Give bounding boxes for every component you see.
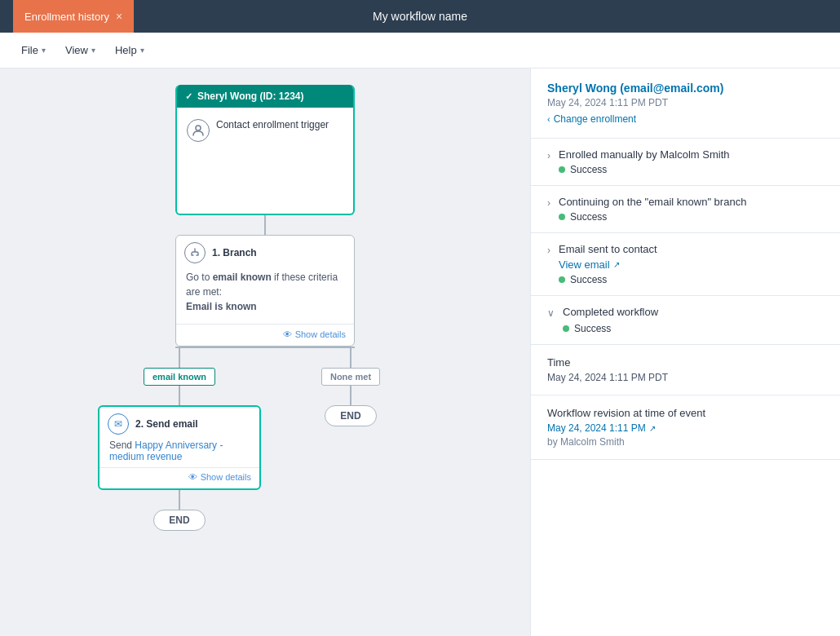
completed-status-label: Success — [574, 323, 611, 334]
view-menu[interactable]: View ▾ — [57, 39, 104, 61]
workflow-nodes: ✓ Sheryl Wong (ID: 1234) Contact enrollm… — [16, 85, 514, 620]
expand-chevron-icon[interactable]: › — [547, 148, 550, 175]
time-label: Time — [547, 356, 824, 369]
file-menu[interactable]: File ▾ — [13, 39, 54, 61]
trigger-label: Contact enrollment trigger — [216, 119, 329, 130]
enrolled-item: › Enrolled manually by Malcolm Smith Suc… — [531, 139, 840, 186]
success-dot3 — [559, 276, 565, 283]
workflow-canvas[interactable]: ✓ Sheryl Wong (ID: 1234) Contact enrollm… — [0, 68, 530, 636]
completed-content: Completed workflow Success — [563, 306, 824, 334]
expand-chevron-icon2[interactable]: › — [547, 196, 550, 223]
branch-right: None met END — [265, 348, 436, 426]
email-icon: ✉ — [108, 413, 129, 435]
email-body: Send Happy Anniversary - medium revenue — [99, 438, 259, 467]
email-title: 2. Send email — [135, 418, 198, 430]
workflow-revision-link[interactable]: May 24, 2024 1:11 PM ↗ — [547, 422, 824, 434]
workflow-revision-label: Workflow revision at time of event — [547, 407, 824, 419]
email-show-details[interactable]: 👁 Show details — [108, 472, 251, 482]
branch-footer: 👁 Show details — [176, 324, 354, 346]
contact-section: Sheryl Wong (email@email.com) May 24, 20… — [531, 68, 840, 139]
branch-bold1: email known — [213, 272, 272, 283]
connector-after-email — [179, 490, 180, 510]
success-dot4 — [563, 325, 569, 332]
show-details-label: Show details — [295, 329, 346, 339]
change-enrollment-label: Change enrollment — [554, 113, 636, 125]
view-email-link[interactable]: View email ↗ — [559, 258, 824, 271]
top-navigation: Enrollment history × My workflow name — [0, 0, 840, 33]
file-menu-label: File — [21, 44, 38, 56]
revision-link-text: May 24, 2024 1:11 PM — [547, 422, 646, 434]
continuing-content: Continuing on the "email known" branch S… — [559, 196, 824, 223]
eye-icon: 👁 — [283, 329, 292, 339]
continuing-item: › Continuing on the "email known" branch… — [531, 186, 840, 233]
branch-label-known: email known — [144, 368, 215, 386]
expand-chevron-icon3[interactable]: › — [547, 243, 550, 285]
branch-body: Go to email known if these criteria are … — [176, 267, 354, 324]
trigger-body: Contact enrollment trigger — [177, 108, 353, 214]
trigger-header-label: Sheryl Wong (ID: 1234) — [197, 91, 303, 102]
connector-left2 — [179, 386, 180, 405]
enrolled-status-label: Success — [570, 164, 607, 175]
trigger-node[interactable]: ✓ Sheryl Wong (ID: 1234) Contact enrollm… — [175, 85, 355, 215]
completed-status: Success — [563, 323, 824, 334]
email-sent-content: Email sent to contact View email ↗ Succe… — [559, 243, 824, 285]
branch-title: 1. Branch — [212, 247, 257, 258]
chevron-down-icon: ▾ — [140, 46, 144, 55]
branch-header: 1. Branch — [176, 236, 354, 267]
enrollment-tab[interactable]: Enrollment history × — [13, 0, 134, 33]
trigger-header: ✓ Sheryl Wong (ID: 1234) — [177, 85, 353, 108]
branch-bold2: Email is known — [186, 301, 257, 312]
connector-left — [179, 348, 180, 368]
success-dot2 — [559, 214, 565, 220]
enrolled-content: Enrolled manually by Malcolm Smith Succe… — [559, 148, 824, 175]
svg-point-0 — [196, 126, 201, 130]
time-section: Time May 24, 2024 1:11 PM PDT — [531, 345, 840, 395]
external-link-icon: ↗ — [613, 260, 620, 269]
continuing-status-label: Success — [570, 211, 607, 223]
chevron-down-icon: ▾ — [91, 46, 95, 55]
view-menu-label: View — [65, 44, 88, 56]
check-icon: ✓ — [185, 91, 192, 102]
success-dot — [559, 166, 565, 173]
send-email-node[interactable]: ✉ 2. Send email Send Happy Anniversary -… — [98, 405, 261, 490]
email-status: Success — [559, 274, 824, 285]
connector-right — [350, 348, 351, 368]
branch-body-text1: Go to — [186, 272, 213, 283]
enrollment-tab-label: Enrollment history — [24, 11, 109, 23]
main-layout: ✓ Sheryl Wong (ID: 1234) Contact enrollm… — [0, 68, 840, 636]
workflow-title: My workflow name — [373, 10, 467, 23]
completed-title: Completed workflow — [563, 306, 824, 318]
branch-split: email known ✉ 2. Send email Send Happy A… — [94, 348, 436, 531]
connector-right2 — [350, 386, 351, 405]
continuing-status: Success — [559, 211, 824, 223]
contact-name[interactable]: Sheryl Wong (email@email.com) — [547, 82, 824, 95]
time-value: May 24, 2024 1:11 PM PDT — [547, 372, 824, 383]
help-menu-label: Help — [115, 44, 137, 56]
collapse-chevron-icon[interactable]: ∨ — [547, 306, 555, 334]
enrolled-title: Enrolled manually by Malcolm Smith — [559, 148, 824, 161]
chevron-down-icon: ▾ — [42, 46, 46, 55]
branch-label-none: None met — [321, 368, 380, 386]
close-icon[interactable]: × — [116, 10, 122, 23]
menu-bar: File ▾ View ▾ Help ▾ — [0, 33, 840, 68]
completed-workflow-item: ∨ Completed workflow Success — [531, 296, 840, 345]
email-footer: 👁 Show details — [99, 467, 259, 488]
enrolled-status: Success — [559, 164, 824, 175]
email-send-label: Send — [109, 439, 135, 451]
contact-enrollment-icon — [187, 119, 210, 142]
change-enrollment-link[interactable]: ‹ Change enrollment — [547, 113, 824, 125]
branch-node[interactable]: 1. Branch Go to email known if these cri… — [175, 235, 355, 347]
branch-icon — [184, 242, 206, 263]
workflow-revision-section: Workflow revision at time of event May 2… — [531, 395, 840, 460]
end-node-right: END — [325, 405, 376, 426]
email-status-label: Success — [570, 274, 607, 285]
external-link-icon2: ↗ — [649, 424, 656, 433]
right-panel: Sheryl Wong (email@email.com) May 24, 20… — [530, 68, 840, 636]
chevron-left-icon: ‹ — [547, 114, 550, 124]
help-menu[interactable]: Help ▾ — [107, 39, 153, 61]
continuing-title: Continuing on the "email known" branch — [559, 196, 824, 208]
connector-line — [264, 215, 266, 235]
enrollment-date: May 24, 2024 1:11 PM PDT — [547, 97, 824, 108]
show-details-link[interactable]: 👁 Show details — [184, 329, 346, 339]
end-node-left: END — [153, 510, 205, 531]
